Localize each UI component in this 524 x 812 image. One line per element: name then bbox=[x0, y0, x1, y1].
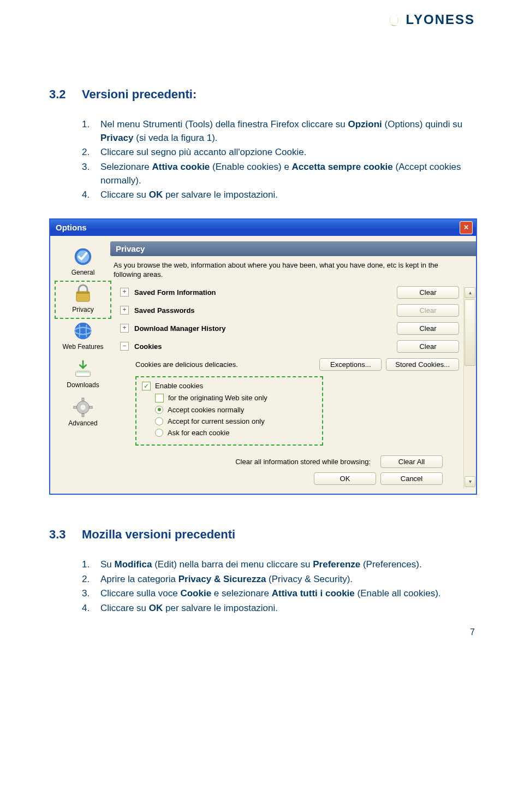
row-saved-passwords: + Saved Passwords Clear bbox=[120, 304, 459, 317]
list-item: 1.Nel menu Strumenti (Tools) della fines… bbox=[82, 118, 475, 145]
clear-all-button[interactable]: Clear All bbox=[380, 455, 443, 468]
sidebar-item-privacy[interactable]: Privacy bbox=[55, 281, 111, 319]
row-download-history: + Download Manager History Clear bbox=[120, 322, 459, 335]
sidebar-item-general[interactable]: General bbox=[56, 244, 110, 282]
list-3-2: 1.Nel menu Strumenti (Tools) della fines… bbox=[82, 118, 475, 202]
radio-icon bbox=[155, 417, 163, 425]
clear-button[interactable]: Clear bbox=[397, 286, 459, 299]
ok-button[interactable]: OK bbox=[314, 472, 376, 485]
checkbox-checked-icon: ✓ bbox=[142, 382, 151, 390]
logo-icon bbox=[385, 11, 403, 28]
list-item: 4.Cliccare su OK per salvare le impostaz… bbox=[82, 602, 475, 615]
clear-all-row: Clear all information stored while brows… bbox=[120, 446, 459, 472]
expand-icon[interactable]: + bbox=[120, 306, 129, 315]
brand-logo: LYONESS bbox=[385, 11, 475, 28]
enable-cookies-checkbox[interactable]: ✓ Enable cookies bbox=[142, 382, 317, 390]
accept-normally-radio[interactable]: Accept cookies normally bbox=[155, 406, 317, 414]
row-cookies: − Cookies Clear bbox=[120, 340, 459, 353]
globe-check-icon bbox=[56, 246, 110, 268]
radio-icon bbox=[155, 429, 163, 437]
list-item: 4.Cliccare su OK per salvare le impostaz… bbox=[82, 188, 475, 202]
lock-icon bbox=[56, 283, 110, 305]
svg-rect-7 bbox=[76, 371, 90, 374]
svg-point-9 bbox=[80, 405, 86, 410]
originating-only-checkbox[interactable]: for the originating Web site only bbox=[155, 394, 317, 402]
scrollbar[interactable]: ▴ ▾ bbox=[463, 286, 476, 488]
window-title: Options bbox=[56, 223, 87, 232]
row-cookies-sub: Cookies are delicious delicacies. Except… bbox=[135, 358, 459, 371]
cookies-settings-group: ✓ Enable cookies for the originating Web… bbox=[135, 376, 323, 446]
scroll-down-icon[interactable]: ▾ bbox=[465, 476, 475, 487]
titlebar: Options × bbox=[50, 220, 476, 236]
accept-session-radio[interactable]: Accept for current session only bbox=[155, 417, 317, 425]
scroll-up-icon[interactable]: ▴ bbox=[465, 287, 475, 298]
list-item: 2.Cliccare sul segno più accanto all'opz… bbox=[82, 146, 475, 159]
svg-rect-3 bbox=[76, 292, 90, 294]
radio-selected-icon bbox=[155, 406, 163, 414]
list-item: 1.Su Modifica (Edit) nella barra dei men… bbox=[82, 558, 475, 572]
exceptions-button[interactable]: Exceptions... bbox=[319, 358, 382, 371]
cancel-button[interactable]: Cancel bbox=[380, 472, 443, 485]
clear-button[interactable]: Clear bbox=[397, 340, 459, 353]
checkbox-icon bbox=[155, 394, 164, 402]
logo-text: LYONESS bbox=[406, 12, 475, 27]
clear-button-disabled: Clear bbox=[397, 304, 459, 317]
list-3-3: 1.Su Modifica (Edit) nella barra dei men… bbox=[82, 558, 475, 615]
close-icon[interactable]: × bbox=[460, 221, 473, 234]
list-item: 2.Aprire la categoria Privacy & Sicurezz… bbox=[82, 573, 475, 586]
list-item: 3.Selezionare Attiva cookie (Enable cook… bbox=[82, 161, 475, 187]
expand-icon[interactable]: + bbox=[120, 288, 129, 297]
section-head-privacy: Privacy bbox=[110, 241, 476, 256]
ask-each-radio[interactable]: Ask for each cookie bbox=[155, 429, 317, 437]
sidebar-item-advanced[interactable]: Advanced bbox=[56, 394, 110, 432]
stored-cookies-button[interactable]: Stored Cookies... bbox=[386, 358, 459, 371]
clear-button[interactable]: Clear bbox=[397, 322, 459, 335]
page-number: 7 bbox=[470, 627, 475, 637]
options-window: Options × General Privacy bbox=[49, 218, 477, 495]
svg-point-4 bbox=[75, 323, 91, 339]
sidebar-item-webfeatures[interactable]: Web Features bbox=[56, 318, 110, 356]
sidebar-item-downloads[interactable]: Downloads bbox=[56, 356, 110, 394]
heading-3-3: 3.3Mozilla versioni precedenti bbox=[49, 527, 475, 542]
expand-icon[interactable]: + bbox=[120, 324, 129, 333]
collapse-icon[interactable]: − bbox=[120, 342, 129, 351]
svg-rect-10 bbox=[82, 398, 84, 401]
scrollbar-thumb[interactable] bbox=[465, 299, 475, 366]
privacy-description: As you browse the web, information about… bbox=[114, 260, 454, 280]
heading-3-2: 3.2Versioni precedenti: bbox=[49, 87, 475, 102]
download-icon bbox=[56, 358, 110, 380]
svg-rect-11 bbox=[82, 413, 84, 417]
svg-rect-13 bbox=[89, 406, 92, 408]
row-saved-form-info: + Saved Form Information Clear bbox=[120, 286, 459, 299]
options-sidebar: General Privacy Web Features bbox=[56, 241, 110, 488]
svg-rect-12 bbox=[74, 406, 77, 408]
globe-icon bbox=[56, 320, 110, 342]
gear-icon bbox=[56, 396, 110, 418]
list-item: 3.Cliccare sulla voce Cookie e seleziona… bbox=[82, 587, 475, 601]
